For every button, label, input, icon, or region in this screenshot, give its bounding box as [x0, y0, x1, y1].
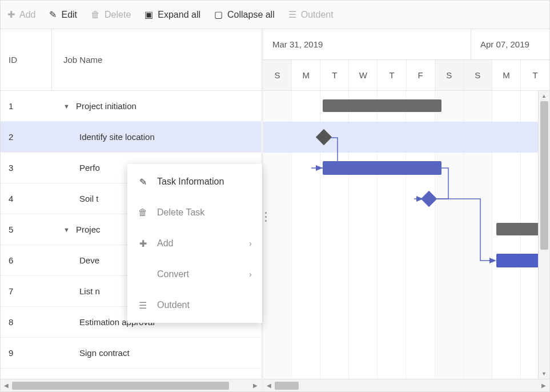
chart-row	[263, 91, 549, 122]
edit-button[interactable]: ✎ Edit	[49, 9, 77, 20]
pencil-icon: ✎	[138, 177, 148, 187]
scroll-left-icon[interactable]: ◀	[263, 380, 275, 391]
cm-delete-task[interactable]: 🗑 Delete Task	[127, 197, 262, 228]
day-label: T	[378, 60, 406, 91]
outdent-icon: ☰	[138, 300, 148, 311]
day-label: M	[492, 60, 521, 91]
collapse-all-button[interactable]: ▢ Collapse all	[214, 9, 275, 20]
scroll-thumb[interactable]	[540, 101, 548, 250]
outdent-icon: ☰	[288, 9, 296, 20]
day-label: T	[521, 60, 549, 91]
chart-row	[263, 214, 549, 245]
content: ID Job Name 1 ▼Project initiation 2 Iden…	[1, 29, 549, 391]
grid-header: ID Job Name	[1, 29, 261, 91]
col-header-name[interactable]: Job Name	[52, 29, 261, 90]
chart-row	[263, 153, 549, 183]
chart-row	[263, 276, 549, 307]
cm-convert[interactable]: Convert ›	[127, 259, 262, 290]
grid-hscroll[interactable]: ◀ ▶	[1, 379, 261, 391]
day-label: S	[263, 60, 292, 91]
gantt-app: ✚ Add ✎ Edit 🗑 Delete ▣ Expand all ▢ Col…	[0, 0, 550, 392]
table-row[interactable]: 1 ▼Project initiation	[1, 91, 261, 122]
chart-row	[263, 338, 549, 369]
chart-row	[263, 183, 549, 214]
col-header-id[interactable]: ID	[1, 29, 52, 90]
collapse-icon: ▢	[214, 9, 223, 20]
trash-icon: 🗑	[138, 207, 148, 218]
trash-icon: 🗑	[91, 10, 100, 20]
day-row: S M T W T F S S M T	[263, 60, 549, 91]
chart-body	[263, 91, 549, 379]
chart-vscroll[interactable]: ▲ ▼	[538, 91, 549, 379]
chart-row	[263, 245, 549, 276]
task-bar[interactable]	[323, 161, 441, 175]
milestone[interactable]	[316, 129, 332, 145]
table-row[interactable]: 9 Sign contract	[1, 338, 261, 369]
plus-icon: ✚	[7, 9, 15, 20]
scroll-thumb[interactable]	[12, 382, 229, 390]
cm-task-information[interactable]: ✎ Task Information	[127, 166, 262, 197]
context-menu: ✎ Task Information 🗑 Delete Task ✚ Add ›…	[127, 164, 262, 323]
plus-icon: ✚	[138, 238, 148, 249]
scroll-left-icon[interactable]: ◀	[1, 380, 12, 391]
scroll-right-icon[interactable]: ▶	[538, 380, 549, 391]
scroll-right-icon[interactable]: ▶	[250, 380, 261, 391]
toggle-icon[interactable]: ▼	[63, 103, 71, 110]
day-label: S	[464, 60, 492, 91]
splitter-handle[interactable]	[263, 212, 268, 222]
chart-pane: Mar 31, 2019 Apr 07, 2019 S M T W T F S …	[263, 29, 549, 391]
chevron-right-icon: ›	[249, 270, 252, 279]
scroll-down-icon[interactable]: ▼	[539, 369, 549, 379]
day-label: S	[435, 60, 464, 91]
table-row[interactable]: 2 Identify site location	[1, 122, 261, 153]
chevron-right-icon: ›	[249, 239, 252, 248]
chart-row	[263, 307, 549, 338]
expand-icon: ▣	[144, 9, 153, 20]
toolbar: ✚ Add ✎ Edit 🗑 Delete ▣ Expand all ▢ Col…	[1, 1, 549, 29]
scroll-thumb[interactable]	[275, 382, 299, 390]
day-label: F	[407, 60, 435, 91]
scroll-up-icon[interactable]: ▲	[539, 91, 549, 101]
day-label: M	[292, 60, 320, 91]
chart-hscroll[interactable]: ◀ ▶	[263, 379, 549, 391]
task-bar[interactable]	[496, 254, 542, 267]
outdent-button: ☰ Outdent	[288, 9, 334, 20]
summary-bar[interactable]	[496, 223, 542, 235]
expand-all-button[interactable]: ▣ Expand all	[144, 9, 200, 20]
pencil-icon: ✎	[49, 9, 57, 20]
chart-row	[263, 122, 549, 153]
milestone[interactable]	[421, 191, 437, 207]
week-row: Mar 31, 2019 Apr 07, 2019	[263, 29, 549, 60]
add-button: ✚ Add	[7, 9, 35, 20]
day-label: W	[349, 60, 378, 91]
cm-add[interactable]: ✚ Add ›	[127, 228, 262, 259]
week-label: Mar 31, 2019	[263, 29, 471, 59]
delete-button: 🗑 Delete	[91, 10, 131, 20]
cm-outdent[interactable]: ☰ Outdent	[127, 290, 262, 321]
toggle-icon[interactable]: ▼	[63, 226, 71, 233]
day-label: T	[320, 60, 349, 91]
summary-bar[interactable]	[323, 99, 441, 112]
week-label: Apr 07, 2019	[471, 29, 549, 59]
chart-header: Mar 31, 2019 Apr 07, 2019 S M T W T F S …	[263, 29, 549, 91]
